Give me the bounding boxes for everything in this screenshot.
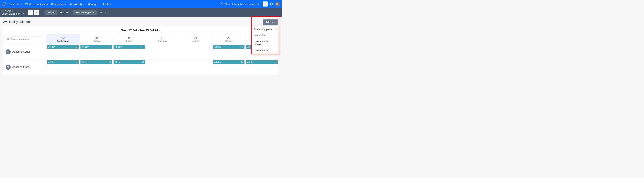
content: Availability calendar Add new Availabili… <box>0 17 282 78</box>
resource-row[interactable]: AF Adrienne Frami <box>3 59 46 75</box>
my-filters[interactable]: MY FILTERS Select Saved Filter ▾ <box>2 10 26 15</box>
day-name: Thursday <box>92 40 101 42</box>
day-column: 19FridayAll dayAll day <box>113 34 146 75</box>
bookmark-button[interactable] <box>28 10 33 15</box>
resource-name: Adrienne Frami <box>12 66 30 68</box>
allday-chip[interactable]: All day <box>213 45 244 49</box>
day-name: Saturday <box>158 40 167 42</box>
day-header[interactable]: 18Thursday <box>80 34 113 44</box>
svg-point-10 <box>7 38 9 40</box>
dropdown-availability[interactable]: Availability <box>252 32 278 39</box>
saved-filter-select[interactable]: Select Saved Filter ▾ <box>2 13 26 15</box>
filter-chip-resource-type[interactable]: Resource type ✕ Person <box>73 10 109 15</box>
day-name: Monday <box>225 40 233 42</box>
repeat-icon <box>108 45 111 48</box>
allday-chip[interactable]: All day <box>47 60 79 64</box>
global-search[interactable]: Search for jobs or resources <box>221 2 260 6</box>
resource-rows: AC Adrienne Carter AF Adrienne Frami <box>3 44 46 75</box>
resource-name: Adrienne Carter <box>12 50 30 53</box>
allday-chip[interactable]: All day <box>80 45 112 49</box>
day-header[interactable]: 22Monday <box>212 34 245 44</box>
allday-chip[interactable]: All day <box>80 60 112 64</box>
chevron-down-icon: ▾ <box>23 13 24 15</box>
nav-availability[interactable]: Availability▾ <box>69 3 84 6</box>
repeat-icon <box>142 45 144 48</box>
day-number: 18 <box>94 36 98 40</box>
calendar-grid: AC Adrienne Carter AF Adrienne Frami 17W… <box>3 34 278 75</box>
calendar-cell[interactable]: All day <box>80 44 113 59</box>
resource-search-input[interactable] <box>6 37 44 42</box>
day-header[interactable]: 19Friday <box>113 34 146 44</box>
day-column: 20Saturday <box>146 34 179 75</box>
day-header[interactable]: 17Wednesday <box>46 34 80 44</box>
date-range[interactable]: Wed 17 Jul - Tue 23 Jul 24 ▾ <box>121 29 160 32</box>
add-new-button[interactable]: Add new <box>263 20 278 25</box>
search-icon <box>7 38 10 41</box>
chip-key: Region <box>45 10 58 15</box>
chevron-down-icon: ▾ <box>33 3 34 5</box>
nav-manage[interactable]: Manage▾ <box>88 3 99 6</box>
day-name: Sunday <box>192 40 200 42</box>
allday-chip[interactable]: All day <box>47 45 79 49</box>
nav-activities[interactable]: Activities <box>37 3 48 6</box>
day-columns: 17WednesdayAll dayAll day18ThursdayAll d… <box>46 34 279 75</box>
allday-chip[interactable]: All day <box>213 60 244 64</box>
calendar-cell[interactable]: All day <box>113 59 146 75</box>
logo[interactable] <box>2 3 7 6</box>
chevron-down-icon: ▾ <box>110 3 111 5</box>
allday-chip[interactable]: All day <box>114 60 145 64</box>
chip-value[interactable]: Person <box>97 10 109 15</box>
calendar-cell[interactable] <box>179 59 212 75</box>
dropdown-unavailability[interactable]: Unavailability <box>252 48 278 54</box>
create-button[interactable] <box>263 2 268 7</box>
chevron-down-icon: ▾ <box>98 3 99 5</box>
day-number: 17 <box>61 36 65 40</box>
svg-line-11 <box>8 39 9 40</box>
filter-bar: MY FILTERS Select Saved Filter ▾ Region … <box>0 8 282 17</box>
svg-point-0 <box>222 3 223 4</box>
repeat-icon <box>241 61 243 63</box>
calendar-cell[interactable]: All day <box>212 59 245 75</box>
sync-icon[interactable] <box>270 2 273 6</box>
calendar-cell[interactable]: All day <box>46 59 80 75</box>
repeat-icon <box>76 45 78 48</box>
nav-items: Schedule▾ Work▾ Activities Resources▾ Av… <box>8 3 111 6</box>
day-number: 19 <box>128 36 131 40</box>
calendar-cell[interactable]: All day <box>246 59 278 75</box>
search-placeholder: Search for jobs or resources <box>225 3 259 6</box>
day-header[interactable]: 20Saturday <box>146 34 179 44</box>
calendar-cell[interactable]: All day <box>80 59 113 75</box>
calendar-cell[interactable] <box>146 59 179 75</box>
nav-work[interactable]: Work▾ <box>25 3 34 6</box>
chip-value[interactable]: Brisbane <box>58 10 71 15</box>
date-range-bar: Wed 17 Jul - Tue 23 Jul 24 ▾ To <box>3 27 278 34</box>
filter-chip-region[interactable]: Region Brisbane <box>45 10 71 15</box>
dropdown-availability-pattern[interactable]: Availability pattern <box>252 27 278 33</box>
nav-schedule[interactable]: Schedule▾ <box>8 3 22 6</box>
day-number: 22 <box>227 36 230 40</box>
calendar-cell[interactable]: All day <box>113 44 146 59</box>
add-filter-button[interactable] <box>34 10 39 15</box>
calendar-cell[interactable] <box>146 44 179 59</box>
chevron-down-icon: ▾ <box>160 29 160 32</box>
add-new-dropdown: Availability pattern Availability Unavai… <box>252 26 278 54</box>
resource-row[interactable]: AC Adrienne Carter <box>3 44 46 59</box>
allday-chip[interactable]: All day <box>114 45 145 49</box>
cursor-icon <box>275 28 278 31</box>
allday-chip[interactable]: All day <box>246 60 278 64</box>
calendar-cell[interactable]: All day <box>212 44 245 59</box>
nav-resources[interactable]: Resources▾ <box>51 3 66 6</box>
repeat-icon <box>241 45 243 48</box>
day-header[interactable]: 21Sunday <box>179 34 212 44</box>
page-title: Availability calendar <box>3 20 279 24</box>
user-avatar[interactable]: HH <box>275 2 280 7</box>
dropdown-unavailability-pattern[interactable]: Unavailability pattern <box>252 39 278 48</box>
avatar: AC <box>6 49 10 54</box>
chevron-down-icon: ▾ <box>21 3 22 5</box>
calendar-cell[interactable] <box>179 44 212 59</box>
my-filters-label: MY FILTERS <box>2 10 26 12</box>
nav-tools[interactable]: Tools▾ <box>102 3 111 6</box>
calendar-cell[interactable]: All day <box>46 44 80 59</box>
close-icon[interactable]: ✕ <box>92 11 94 14</box>
day-column: 17WednesdayAll dayAll day <box>46 34 80 75</box>
